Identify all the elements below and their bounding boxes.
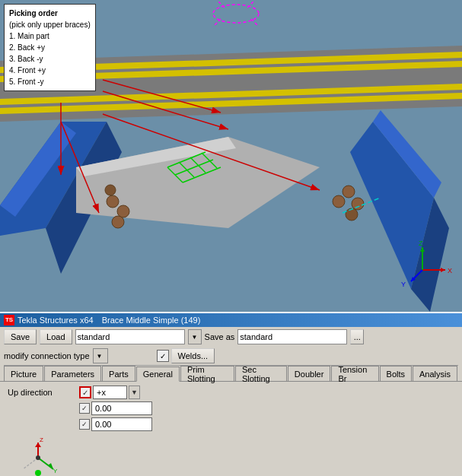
svg-marker-14 [350, 122, 434, 289]
svg-text:Y: Y [53, 468, 58, 474]
svg-line-54 [23, 458, 38, 469]
svg-line-45 [411, 270, 422, 281]
svg-point-28 [112, 216, 124, 228]
tab-tension-br[interactable]: Tension Br [331, 366, 378, 381]
svg-text:Z: Z [40, 436, 43, 443]
dialog-connection-name: Brace Middle Simple (149) [102, 316, 201, 325]
field1-checkbox[interactable]: ✓ [79, 403, 90, 414]
svg-point-26 [107, 195, 119, 208]
annotation-title: Picking order [9, 8, 91, 19]
annotation-item-3: 3. Back -y [9, 53, 91, 65]
svg-marker-16 [411, 198, 449, 312]
svg-marker-13 [46, 122, 122, 274]
svg-line-34 [343, 198, 381, 213]
svg-text:X: X [448, 267, 452, 274]
svg-line-7 [217, 0, 225, 8]
tab-parts[interactable]: Parts [102, 366, 135, 381]
svg-line-20 [175, 160, 213, 175]
welds-checkbox[interactable]: ✓ [157, 350, 169, 362]
svg-line-40 [61, 122, 99, 213]
svg-point-32 [352, 198, 364, 210]
svg-line-8 [247, 0, 255, 8]
svg-line-36 [103, 80, 221, 113]
svg-line-39 [103, 114, 320, 190]
tab-prim-slotting[interactable]: Prim Slotting [180, 366, 234, 381]
svg-marker-18 [76, 137, 236, 176]
dialog-separator [97, 316, 99, 325]
svg-point-30 [333, 195, 345, 208]
extra-button[interactable]: ... [350, 329, 364, 344]
svg-line-23 [179, 162, 194, 177]
tabs-row: Picture Parameters Parts General Prim Sl… [0, 366, 462, 382]
svg-line-19 [167, 152, 206, 167]
svg-line-24 [190, 157, 206, 173]
field-row-1: ✓ 0.00 [4, 401, 458, 415]
up-direction-row: Up direction ✓ +x ▼ [4, 386, 458, 399]
svg-text:Y: Y [401, 281, 406, 288]
annotation-subtitle: (pick only upper braces) [9, 19, 91, 30]
svg-marker-17 [76, 137, 320, 228]
svg-marker-11 [0, 122, 107, 236]
picking-order-annotation: Picking order (pick only upper braces) 1… [4, 4, 96, 91]
up-direction-label: Up direction [8, 388, 76, 397]
field2-checkbox[interactable]: ✓ [79, 419, 90, 430]
svg-point-33 [346, 208, 358, 221]
tab-picture[interactable]: Picture [4, 366, 43, 381]
svg-marker-46 [411, 277, 416, 281]
svg-point-29 [105, 185, 116, 195]
dialog-titlebar: TS Tekla Structures x64 Brace Middle Sim… [0, 313, 462, 327]
tab-bolts[interactable]: Bolts [380, 366, 412, 381]
up-direction-arrow[interactable]: ▼ [129, 386, 140, 399]
svg-marker-12 [0, 122, 76, 217]
dialog-panel: TS Tekla Structures x64 Brace Middle Sim… [0, 312, 462, 476]
svg-marker-42 [441, 268, 445, 272]
toolbar-row-1: Save Load ▼ Save as ... [0, 327, 462, 347]
tab-general[interactable]: General [136, 367, 180, 382]
modify-connection-dropdown[interactable]: ▼ [93, 348, 108, 363]
dialog-app-name: Tekla Structures x64 [18, 316, 94, 325]
svg-point-27 [117, 205, 129, 217]
3d-viewport: X Z Y Picking order (pick only upper bra… [0, 0, 462, 312]
annotation-item-1: 1. Main part [9, 30, 91, 42]
svg-line-9 [213, 19, 221, 27]
save-as-input[interactable] [240, 332, 345, 341]
field-row-2: ✓ 0.00 [4, 417, 458, 431]
tab-analysis[interactable]: Analysis [413, 366, 457, 381]
modify-connection-label: modify connection type [4, 351, 90, 360]
svg-point-55 [36, 455, 40, 460]
svg-marker-5 [0, 93, 462, 114]
save-button[interactable]: Save [4, 329, 37, 344]
svg-line-25 [202, 153, 217, 168]
standard-input[interactable] [78, 332, 183, 341]
field2-value[interactable]: 0.00 [91, 417, 152, 431]
tab-doubler[interactable]: Doubler [288, 366, 331, 381]
svg-point-31 [343, 186, 355, 198]
save-as-label: Save as [205, 332, 235, 341]
field1-value[interactable]: 0.00 [91, 401, 152, 415]
welds-button[interactable]: Welds... [171, 348, 215, 363]
content-area: Up direction ✓ +x ▼ ✓ 0.00 ✓ 0.00 [0, 382, 462, 476]
svg-marker-15 [373, 110, 441, 198]
annotation-item-4: 4. Front +y [9, 65, 91, 76]
coord-label: +4725 [431, 61, 454, 70]
svg-line-21 [183, 167, 221, 182]
up-direction-text: +x [93, 386, 127, 399]
tab-sec-slotting[interactable]: Sec Slotting [235, 366, 287, 381]
tab-parameters[interactable]: Parameters [44, 366, 101, 381]
axis-widget: Y Z [11, 435, 65, 476]
up-direction-value: ✓ +x ▼ [79, 386, 140, 399]
svg-point-56 [35, 470, 41, 476]
svg-marker-44 [420, 247, 425, 252]
svg-point-6 [213, 5, 259, 23]
standard-dropdown-arrow[interactable]: ▼ [188, 329, 202, 344]
svg-line-22 [167, 167, 183, 182]
svg-text:Z: Z [419, 240, 423, 247]
annotation-item-2: 2. Back +y [9, 42, 91, 53]
annotation-item-5: 5. Front -y [9, 76, 91, 87]
tekla-icon: TS [4, 315, 14, 325]
up-direction-checkbox[interactable]: ✓ [79, 386, 91, 398]
svg-line-37 [103, 91, 228, 129]
toolbar-row-2: modify connection type ▼ ✓ Welds... [0, 347, 462, 365]
svg-line-10 [251, 19, 259, 27]
load-button[interactable]: Load [40, 329, 72, 344]
